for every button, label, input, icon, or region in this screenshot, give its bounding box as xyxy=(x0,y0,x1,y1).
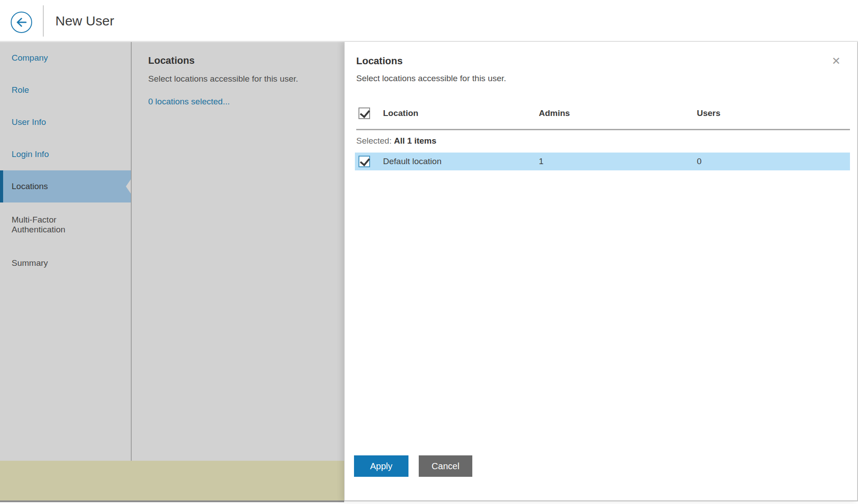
row-checkbox[interactable] xyxy=(358,156,370,167)
sidebar-item-user-info[interactable]: User Info xyxy=(0,106,131,138)
row-users: 0 xyxy=(697,157,850,166)
selected-summary-label: Selected: xyxy=(356,136,392,145)
wizard-footer-strip xyxy=(0,461,344,502)
table-row[interactable]: Default location 1 0 xyxy=(355,153,850,170)
new-user-wizard: New User Company Role User Info Login In… xyxy=(0,0,858,504)
wizard-steps-sidebar: Company Role User Info Login Info Locati… xyxy=(0,42,131,461)
cancel-button[interactable]: Cancel xyxy=(419,455,472,477)
sidebar-item-label: Summary xyxy=(12,258,48,268)
header-divider xyxy=(43,5,44,37)
row-admins: 1 xyxy=(539,157,697,166)
table-header: Location Admins Users xyxy=(356,107,850,120)
sidebar-item-label: User Info xyxy=(12,117,46,127)
sidebar-item-company[interactable]: Company xyxy=(0,42,131,74)
sidebar-item-locations[interactable]: Locations xyxy=(0,170,131,202)
sidebar-item-multi-factor-authentication[interactable]: Multi-Factor Authentication xyxy=(0,202,131,247)
dialog-buttons: Apply Cancel xyxy=(354,455,472,477)
sidebar-item-login-info[interactable]: Login Info xyxy=(0,138,131,170)
sidebar-item-label: Multi-Factor Authentication xyxy=(12,215,96,235)
locations-selected-link[interactable]: 0 locations selected... xyxy=(148,97,230,107)
back-button[interactable] xyxy=(11,12,32,33)
back-arrow-icon xyxy=(15,16,28,29)
sidebar-item-label: Login Info xyxy=(12,149,49,159)
step-subtitle: Select locations accessible for this use… xyxy=(148,73,335,85)
selected-summary: Selected: All 1 items xyxy=(356,136,850,146)
sidebar-item-label: Company xyxy=(12,53,48,63)
column-header-location: Location xyxy=(383,108,539,118)
column-header-users: Users xyxy=(697,108,850,118)
close-icon[interactable]: ✕ xyxy=(829,54,844,69)
locations-step-panel: Locations Select locations accessible fo… xyxy=(132,42,344,461)
select-all-checkbox[interactable] xyxy=(358,107,370,119)
row-location: Default location xyxy=(383,157,539,166)
dialog-title: Locations xyxy=(356,55,857,67)
apply-button[interactable]: Apply xyxy=(354,455,408,477)
sidebar-item-summary[interactable]: Summary xyxy=(0,247,131,279)
sidebar-item-label: Role xyxy=(12,85,29,95)
sidebar-item-label: Locations xyxy=(12,182,48,191)
table-header-divider xyxy=(356,129,850,130)
selected-summary-value: All 1 items xyxy=(394,136,437,145)
step-title: Locations xyxy=(148,55,335,66)
dialog-subtitle: Select locations accessible for this use… xyxy=(356,73,857,84)
page-title: New User xyxy=(55,0,114,41)
column-header-admins: Admins xyxy=(539,108,697,118)
sidebar-item-role[interactable]: Role xyxy=(0,74,131,106)
header: New User xyxy=(0,0,858,41)
locations-dialog: ✕ Locations Select locations accessible … xyxy=(344,42,858,501)
